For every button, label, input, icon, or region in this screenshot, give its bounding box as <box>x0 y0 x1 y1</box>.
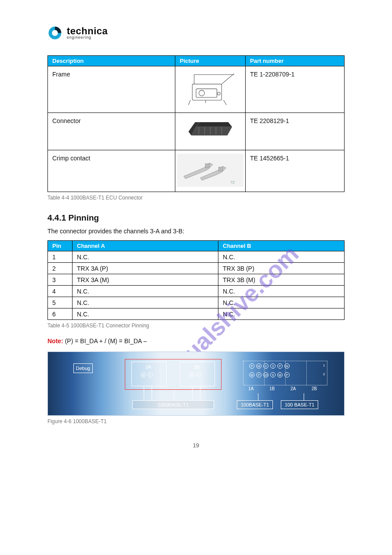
page-number: 19 <box>47 442 345 449</box>
pinning-table: Pin Channel A Channel B 1N.C.N.C.2TRX 3A… <box>47 240 345 320</box>
cell-part: TE 2208129-1 <box>246 113 345 150</box>
cell: TRX 3A (M) <box>73 274 218 286</box>
badge-100baset1: 100BASE-T1 <box>237 400 273 409</box>
bay-label: 1A <box>248 386 254 391</box>
badge-1000baset1: 1000BASE-T1 <box>132 400 214 409</box>
note-text: (P) = BI_DA + / (M) = BI_DA – <box>65 337 147 345</box>
connector-parts-table: Description Picture Part number Frame <box>47 55 345 192</box>
bay-label: 2A <box>290 386 296 391</box>
pin-icon: 3 <box>270 363 276 369</box>
table-row: Frame <box>48 66 345 113</box>
svg-rect-16 <box>205 164 209 168</box>
table-row: 1N.C.N.C. <box>48 251 345 263</box>
pin-icon: P <box>256 372 261 377</box>
frame-drawing-icon <box>177 70 243 108</box>
crimp-drawing-icon: TE <box>177 154 243 187</box>
svg-text:TE: TE <box>230 180 235 185</box>
cell-pic <box>175 66 246 113</box>
pin-icon: P <box>249 363 254 369</box>
pin-m-icon: M <box>141 372 146 377</box>
cell: N.C. <box>73 251 218 263</box>
pin-p-icon: P <box>196 372 201 377</box>
col-pin: Pin <box>48 241 73 251</box>
pin-icon: P <box>277 363 283 369</box>
pin-row-1: PM43PM <box>249 363 290 369</box>
section-title: Pinning <box>69 213 99 222</box>
cell-desc: Connector <box>48 113 175 150</box>
port-3a-label: 3A <box>145 364 151 370</box>
pin-p-icon: P <box>148 372 153 377</box>
cell: 1 <box>48 251 73 263</box>
cell: N.C. <box>73 286 218 297</box>
figure-caption: Figure 4-6 1000BASE-T1 <box>47 418 345 424</box>
cell: TRX 3A (P) <box>73 263 218 274</box>
svg-point-3 <box>199 90 205 96</box>
cell: 2 <box>48 263 73 274</box>
pin-icon: M <box>256 363 261 369</box>
svg-marker-5 <box>191 127 232 135</box>
section-heading: 4.4.1 Pinning <box>47 213 345 223</box>
bay-label: 2B <box>312 386 317 391</box>
table-row: 5N.C.N.C. <box>48 297 345 308</box>
cell: 5 <box>48 297 73 308</box>
table-row: Crimp contact TE TE 1452665-1 <box>48 150 345 192</box>
cell: N.C. <box>218 308 345 320</box>
cell: TRX 3B (P) <box>218 263 345 274</box>
bay-label: 1B <box>269 386 275 391</box>
cell-pic: TE <box>175 150 246 192</box>
debug-port: Debug <box>73 363 93 373</box>
logo-mark-icon <box>47 25 62 40</box>
table-caption: Table 4-5 1000BASE-T1 Connector Pinning <box>47 323 345 329</box>
table-row: 4N.C.N.C. <box>48 286 345 297</box>
svg-rect-2 <box>196 89 217 97</box>
badge-100baset1: 100 BASE-T1 <box>281 400 318 409</box>
pin-icon: M <box>277 372 283 377</box>
cell: 6 <box>48 308 73 320</box>
note: Note: (P) = BI_DA + / (M) = BI_DA – <box>47 337 345 345</box>
svg-marker-6 <box>196 122 232 127</box>
svg-point-4 <box>218 92 220 95</box>
col-partnumber: Part number <box>246 56 345 66</box>
cell: N.C. <box>73 308 218 320</box>
svg-rect-17 <box>218 167 222 171</box>
cell-desc: Crimp contact <box>48 150 175 192</box>
col-cha: Channel A <box>73 241 218 251</box>
cell-part: TE 1-2208709-1 <box>246 66 345 113</box>
cell: 3 <box>48 274 73 286</box>
col-chb: Channel B <box>218 241 345 251</box>
debug-label: Debug <box>76 366 90 371</box>
pin-m-icon: M <box>189 372 194 377</box>
connector-drawing-icon <box>177 116 243 145</box>
cell: N.C. <box>218 251 345 263</box>
cell: N.C. <box>218 297 345 308</box>
table-row: 6N.C.N.C. <box>48 308 345 320</box>
pin-icon: M <box>249 372 254 377</box>
cell: TRX 3B (M) <box>218 274 345 286</box>
table-row: Connector TE 2208129-1 <box>48 113 345 150</box>
cell: N.C. <box>73 297 218 308</box>
cell-desc: Frame <box>48 66 175 113</box>
cell: 4 <box>48 286 73 297</box>
col-picture: Picture <box>175 56 246 66</box>
pin-icon: 9 <box>270 372 276 377</box>
note-label: Note: <box>47 337 63 345</box>
table-row: 3TRX 3A (M)TRX 3B (M) <box>48 274 345 286</box>
section-intro: The connector provides the channels 3-A … <box>47 227 345 236</box>
pinrow-index: 1 <box>323 363 325 367</box>
cell-pic <box>175 113 246 150</box>
switch-diagram: Debug 3A M P 3B M P PM43PM <box>47 352 345 416</box>
brand-logo: technica engineering <box>47 25 345 40</box>
svg-rect-1 <box>192 84 222 100</box>
section-number: 4.4.1 <box>47 213 66 222</box>
cell: N.C. <box>218 286 345 297</box>
table-caption: Table 4-4 1000BASE-T1 ECU Connector <box>47 195 345 201</box>
cell-part: TE 1452665-1 <box>246 150 345 192</box>
table-row: 2TRX 3A (P)TRX 3B (P) <box>48 263 345 274</box>
port-3b-label: 3B <box>194 364 200 370</box>
col-description: Description <box>48 56 175 66</box>
pin-row-2: MP109MP <box>249 372 290 377</box>
pinrow-index: 2 <box>323 372 325 376</box>
